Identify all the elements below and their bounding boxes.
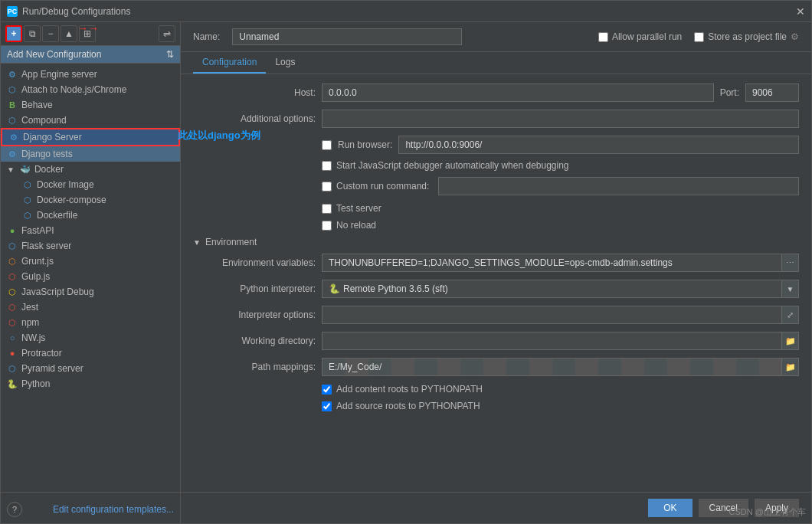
sidebar-item-fastapi[interactable]: ● FastAPI [1, 223, 180, 238]
left-bottom: ? Edit configuration templates... [1, 492, 180, 523]
no-reload-checkbox[interactable] [322, 221, 332, 231]
store-project-gear-icon[interactable]: ⚙ [791, 31, 799, 42]
path-mappings-wrapper: 📁 [322, 358, 799, 376]
interpreter-options-row: Interpreter options: ⤢ [193, 306, 799, 324]
sidebar-item-django-tests[interactable]: ⚙ Django tests [1, 146, 180, 162]
gulp-icon: ⬡ [7, 271, 18, 282]
env-vars-edit-button[interactable]: ⋯ [782, 254, 799, 272]
test-server-checkbox[interactable] [322, 204, 332, 214]
edit-templates-link[interactable]: Edit configuration templates... [53, 504, 174, 515]
interpreter-options-input[interactable] [322, 306, 782, 324]
js-debugger-checkbox[interactable] [322, 161, 332, 171]
env-vars-input[interactable] [322, 254, 782, 272]
additional-options-input[interactable] [322, 110, 799, 128]
host-input[interactable] [322, 84, 714, 102]
sidebar-item-label: JavaScript Debug [21, 287, 94, 297]
flask-icon: ⬡ [7, 241, 18, 251]
path-mappings-label: Path mappings: [193, 362, 316, 372]
sidebar-item-django-server[interactable]: ⚙ Django Server [1, 128, 180, 146]
ok-button[interactable]: OK [648, 499, 692, 517]
custom-run-input[interactable] [438, 177, 799, 195]
sidebar-item-npm[interactable]: ⬡ npm [1, 315, 180, 330]
interpreter-options-wrapper: ⤢ [322, 306, 799, 324]
sidebar-item-python[interactable]: 🐍 Python [1, 376, 180, 391]
custom-run-label: Custom run command: [336, 181, 429, 192]
sidebar-item-protractor[interactable]: ● Protractor [1, 346, 180, 361]
sidebar-item-label: Gulp.js [21, 271, 50, 282]
add-source-roots-checkbox[interactable] [322, 401, 332, 411]
copy-config-button[interactable]: ⧉ [24, 25, 41, 42]
store-as-project-label: Store as project file [708, 31, 787, 42]
add-config-button[interactable]: + [5, 25, 22, 42]
run-debug-config-window: PC Run/Debug Configurations ✕ + ⧉ − ▲ ⊞ … [0, 0, 812, 524]
path-mappings-row: Path mappings: 📁 [193, 358, 799, 376]
window-title: Run/Debug Configurations [22, 6, 130, 17]
tab-logs[interactable]: Logs [266, 52, 304, 74]
sidebar-item-flask[interactable]: ⬡ Flask server [1, 238, 180, 254]
interpreter-display: 🐍 Remote Python 3.6.5 (sft) [322, 280, 782, 298]
interpreter-value: Remote Python 3.6.5 (sft) [343, 283, 448, 294]
docker-image-icon: ⬡ [22, 179, 33, 190]
sidebar-item-label: Python [21, 378, 50, 389]
sidebar-item-jest[interactable]: ⬡ Jest [1, 300, 180, 315]
sidebar-item-label: Dockerfile [37, 210, 77, 221]
close-button[interactable]: ✕ [796, 5, 805, 18]
docker-compose-icon: ⬡ [22, 195, 33, 205]
python-icon: 🐍 [7, 378, 18, 389]
right-header: Name: Allow parallel run Store as projec… [181, 22, 811, 52]
sidebar-item-grunt[interactable]: ⬡ Grunt.js [1, 254, 180, 269]
app-icon: PC [7, 6, 18, 17]
settings-button[interactable]: ⇌ [159, 25, 175, 42]
store-as-project-checkbox[interactable] [694, 32, 704, 42]
working-dir-input[interactable] [322, 332, 782, 350]
sidebar-item-docker-image[interactable]: ⬡ Docker Image [1, 177, 180, 192]
sidebar-item-pyramid[interactable]: ⬡ Pyramid server [1, 361, 180, 376]
run-browser-row: Run browser: [193, 136, 799, 154]
interpreter-dropdown-button[interactable]: ▼ [782, 280, 799, 298]
custom-run-checkbox[interactable] [322, 182, 332, 192]
protractor-icon: ● [7, 348, 18, 359]
working-dir-browse-button[interactable]: 📁 [782, 332, 799, 350]
python-interpreter-row: Python interpreter: 🐍 Remote Python 3.6.… [193, 280, 799, 298]
no-reload-label: No reload [336, 220, 376, 231]
test-server-row: Test server [322, 203, 799, 214]
sidebar-list[interactable]: ⚙ App Engine server ⬡ Attach to Node.js/… [1, 64, 180, 492]
run-browser-label: Run browser: [338, 139, 392, 150]
sidebar-item-nodejs[interactable]: ⬡ Attach to Node.js/Chrome [1, 82, 180, 97]
host-label: Host: [193, 87, 316, 98]
interpreter-options-expand-button[interactable]: ⤢ [782, 306, 799, 324]
sidebar-item-label: Behave [21, 100, 53, 110]
env-collapse-arrow[interactable]: ▼ [193, 238, 201, 247]
sidebar-item-docker-group[interactable]: ▼ 🐳 Docker [1, 162, 180, 177]
sidebar-item-compound[interactable]: ⬡ Compound [1, 113, 180, 128]
sidebar-item-label: Django tests [21, 149, 73, 159]
path-mappings-input[interactable] [322, 358, 782, 376]
remove-config-button[interactable]: − [42, 25, 59, 42]
sidebar-item-app-engine[interactable]: ⚙ App Engine server [1, 67, 180, 82]
sidebar-item-gulp[interactable]: ⬡ Gulp.js [1, 269, 180, 284]
sidebar-item-docker-compose[interactable]: ⬡ Docker-compose [1, 192, 180, 208]
sidebar-item-nwjs[interactable]: ○ NW.js [1, 330, 180, 346]
sort-button[interactable]: ⊞ [79, 25, 96, 42]
tab-configuration[interactable]: Configuration [193, 52, 266, 74]
working-dir-row: Working directory: 📁 [193, 332, 799, 350]
help-button[interactable]: ? [7, 502, 22, 517]
sidebar-item-label: Pyramid server [21, 363, 83, 374]
add-content-roots-checkbox[interactable] [322, 385, 332, 395]
path-mappings-browse-button[interactable]: 📁 [782, 358, 799, 376]
add-new-config-label: Add New Configuration [7, 49, 101, 60]
allow-parallel-checkbox[interactable] [598, 32, 608, 42]
name-input[interactable] [232, 28, 462, 45]
sidebar-item-js-debug[interactable]: ⬡ JavaScript Debug [1, 284, 180, 300]
port-label: Port: [720, 87, 739, 98]
sidebar-item-dockerfile[interactable]: ⬡ Dockerfile [1, 208, 180, 223]
sidebar-item-behave[interactable]: B Behave [1, 97, 180, 113]
browser-url-input[interactable] [398, 136, 799, 154]
working-dir-label: Working directory: [193, 336, 316, 346]
sidebar-item-label: Attach to Node.js/Chrome [21, 84, 126, 95]
nwjs-icon: ○ [7, 332, 18, 343]
env-vars-label: Environment variables: [193, 257, 316, 268]
port-input[interactable] [745, 84, 799, 102]
move-up-button[interactable]: ▲ [61, 25, 77, 42]
run-browser-checkbox[interactable] [322, 140, 332, 150]
